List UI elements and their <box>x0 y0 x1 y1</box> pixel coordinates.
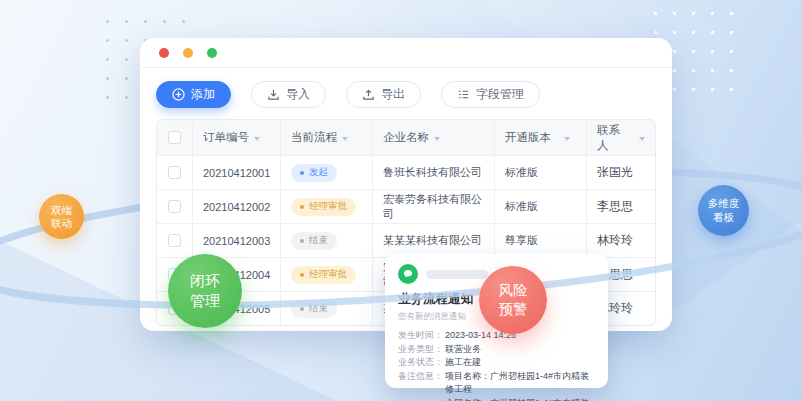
sort-icon[interactable] <box>434 135 440 141</box>
version-cell: 尊享版 <box>495 224 587 257</box>
add-button[interactable]: 添加 <box>156 81 231 108</box>
column-header-company[interactable]: 企业名称 <box>373 120 495 155</box>
notification-remark: 备注信息： 项目名称：广州碧桂园1-4#市内精装修工程 合同名称：广州碧桂园1-… <box>398 370 595 401</box>
version-cell: 标准版 <box>495 190 587 223</box>
export-button-label: 导出 <box>381 86 405 103</box>
add-button-label: 添加 <box>191 86 215 103</box>
column-header-current-flow[interactable]: 当前流程 <box>281 120 373 155</box>
traffic-light-red-icon[interactable] <box>159 48 169 58</box>
upload-icon <box>362 88 375 101</box>
import-button-label: 导入 <box>286 86 310 103</box>
download-icon <box>267 88 280 101</box>
status-badge: 发起 <box>291 164 337 182</box>
chat-bubble-icon <box>398 264 418 284</box>
table-row: 20210412003 结束 某某某科技有限公司 尊享版 林玲玲 <box>157 223 655 257</box>
company-cell: 鲁班长科技有限公司 <box>373 156 495 189</box>
table-row: 20210412002 经理审批 宏泰劳务科技有限公司 标准版 李思思 <box>157 189 655 223</box>
company-cell: 某某某科技有限公司 <box>373 224 495 257</box>
status-badge: 结束 <box>291 232 337 250</box>
status-badge: 结束 <box>291 300 337 318</box>
contact-cell: 张国光 <box>587 156 655 189</box>
column-header-order-no[interactable]: 订单编号 <box>193 120 281 155</box>
row-checkbox[interactable] <box>168 234 181 247</box>
order-no-cell: 20210412001 <box>193 156 281 189</box>
notification-field: 发生时间： 2023-03-14 14:26 <box>398 329 595 343</box>
circle-plus-icon <box>172 88 185 101</box>
remark-line: 合同名称：广州碧桂园1-4#市内精装修工程龙骨采购合同 <box>445 397 595 401</box>
order-no-cell: 20210412003 <box>193 224 281 257</box>
status-dot-icon <box>300 307 304 311</box>
row-checkbox[interactable] <box>168 200 181 213</box>
row-checkbox[interactable] <box>168 166 181 179</box>
status-badge: 经理审批 <box>291 266 356 284</box>
hero-illustration: 添加 导入 导出 字段管理 <box>0 0 802 401</box>
contact-cell: 林玲玲 <box>587 224 655 257</box>
window-titlebar <box>140 38 672 68</box>
notification-field: 业务类型： 联营业务 <box>398 343 595 357</box>
feature-badge-dual-link: 双端 联动 <box>39 194 84 239</box>
contact-cell: 李思思 <box>587 190 655 223</box>
field-management-button[interactable]: 字段管理 <box>441 81 540 108</box>
toolbar: 添加 导入 导出 字段管理 <box>156 81 656 108</box>
export-button[interactable]: 导出 <box>346 81 421 108</box>
table-row: 20210412001 发起 鲁班长科技有限公司 标准版 张国光 <box>157 155 655 189</box>
sort-icon[interactable] <box>254 135 260 141</box>
feature-badge-risk-alert: 风险 预警 <box>479 266 547 334</box>
table-header-row: 订单编号 当前流程 企业名称 开通版本 联系人 <box>157 120 655 155</box>
feature-badge-closed-loop: 闭环 管理 <box>168 254 242 328</box>
import-button[interactable]: 导入 <box>251 81 326 108</box>
column-header-contact[interactable]: 联系人 <box>587 120 655 155</box>
list-icon <box>457 88 470 101</box>
sort-icon[interactable] <box>342 135 348 141</box>
traffic-light-yellow-icon[interactable] <box>183 48 193 58</box>
status-dot-icon <box>300 239 304 243</box>
status-dot-icon <box>300 273 304 277</box>
field-management-button-label: 字段管理 <box>476 86 524 103</box>
feature-badge-multi-board: 多维度 看板 <box>698 185 749 236</box>
column-header-version[interactable]: 开通版本 <box>495 120 587 155</box>
notification-field: 业务状态： 施工在建 <box>398 356 595 370</box>
order-no-cell: 20210412002 <box>193 190 281 223</box>
status-dot-icon <box>300 205 304 209</box>
company-cell: 宏泰劳务科技有限公司 <box>373 190 495 223</box>
traffic-light-green-icon[interactable] <box>207 48 217 58</box>
placeholder-bar <box>426 270 488 279</box>
sort-icon[interactable] <box>564 135 570 141</box>
sort-icon[interactable] <box>639 135 645 141</box>
select-all-checkbox[interactable] <box>168 131 181 144</box>
version-cell: 标准版 <box>495 156 587 189</box>
remark-line: 项目名称：广州碧桂园1-4#市内精装修工程 <box>445 370 595 397</box>
status-badge: 经理审批 <box>291 198 356 216</box>
status-dot-icon <box>300 171 304 175</box>
